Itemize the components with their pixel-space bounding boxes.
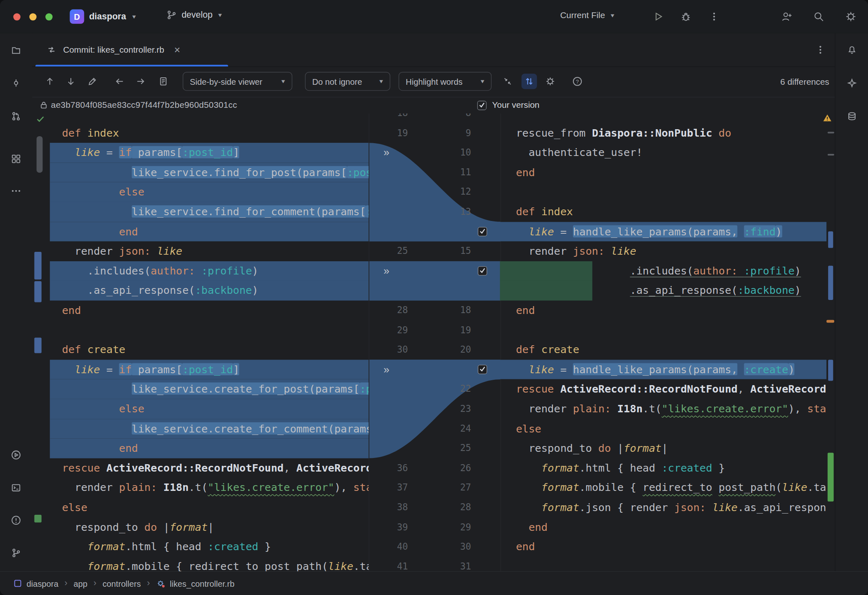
code-line-right[interactable]: end — [500, 300, 826, 320]
code-line-right[interactable]: rescue ActiveRecord::RecordNotFound, Act… — [500, 379, 826, 399]
code-line-left[interactable]: like = if params[:post_id] — [50, 360, 369, 379]
inspections-warning-icon[interactable] — [822, 114, 833, 123]
next-file-button[interactable] — [133, 74, 149, 89]
code-line-left[interactable]: like = if params[:post_id] — [50, 143, 369, 163]
diff-settings-gear-icon[interactable] — [543, 74, 558, 89]
scrollbar-thumb[interactable] — [37, 136, 43, 173]
code-line-right[interactable]: end — [500, 537, 826, 557]
more-actions-kebab[interactable] — [708, 10, 721, 23]
more-tool-windows-button[interactable] — [11, 186, 22, 197]
code-line-left[interactable]: end — [50, 439, 369, 458]
code-line-right[interactable] — [500, 320, 826, 340]
code-line-left[interactable]: else — [50, 399, 369, 419]
your-version-checkbox[interactable] — [477, 100, 487, 110]
previous-file-button[interactable] — [112, 74, 128, 89]
code-line-left[interactable]: like_service.find_for_comment(params[:co… — [50, 202, 369, 222]
notifications-bell-icon[interactable] — [847, 44, 858, 56]
close-tab-icon[interactable]: × — [174, 44, 180, 55]
ai-assistant-icon[interactable] — [847, 77, 858, 88]
code-line-right[interactable]: render plain: I18n.t("likes.create.error… — [500, 399, 826, 419]
collapse-unchanged-button[interactable] — [500, 74, 515, 89]
code-line-right[interactable] — [500, 557, 826, 571]
code-line-left[interactable]: def index — [50, 123, 369, 143]
breadcrumb-controllers[interactable]: controllers — [102, 579, 141, 588]
code-line-right[interactable] — [500, 182, 826, 202]
run-configuration-widget[interactable]: Current File ▼ — [560, 11, 615, 21]
breadcrumb-file[interactable]: likes_controller.rb — [156, 579, 234, 588]
tab-options-kebab[interactable] — [814, 43, 827, 56]
commit-tool-window-button[interactable] — [11, 77, 22, 88]
code-line-left[interactable]: .includes(author: :profile) — [50, 261, 369, 281]
zoom-window-button[interactable] — [45, 13, 52, 20]
include-chunk-checkbox[interactable] — [478, 227, 487, 236]
code-line-right[interactable]: respond_to do |format| — [500, 439, 826, 458]
help-button[interactable]: ? — [570, 74, 585, 89]
vcs-branch-widget[interactable]: develop ▼ — [166, 9, 223, 21]
code-line-left[interactable]: end — [50, 300, 369, 320]
minimize-window-button[interactable] — [29, 13, 36, 20]
search-everywhere-icon[interactable] — [812, 10, 825, 23]
edit-source-button[interactable] — [85, 74, 100, 89]
structure-tool-window-button[interactable] — [11, 153, 22, 165]
highlight-policy-dropdown[interactable]: Highlight words ▼ — [399, 72, 492, 91]
code-line-right[interactable]: end — [500, 163, 826, 182]
synchronize-scrolling-button[interactable] — [522, 74, 537, 89]
chunk-actions-chevron[interactable]: » — [378, 143, 395, 163]
code-line-right[interactable]: else — [500, 419, 826, 439]
breadcrumb-app[interactable]: app — [74, 579, 88, 588]
code-line-right[interactable]: def index — [500, 202, 826, 222]
code-line-left[interactable]: .as_api_response(:backbone) — [50, 281, 369, 301]
ignore-policy-dropdown[interactable]: Do not ignore ▼ — [305, 72, 390, 91]
code-line-left[interactable]: render json: like — [50, 242, 369, 261]
include-chunk-checkbox[interactable] — [478, 266, 487, 276]
code-line-right[interactable]: format.json { render json: like.as_api_r… — [500, 497, 826, 517]
code-line-left[interactable] — [50, 114, 369, 123]
database-icon[interactable] — [847, 111, 858, 122]
code-line-left[interactable]: end — [50, 222, 369, 242]
run-button[interactable] — [652, 10, 665, 23]
debug-button[interactable] — [679, 10, 692, 23]
code-line-left[interactable]: render plain: I18n.t("likes.create.error… — [50, 478, 369, 497]
viewer-mode-dropdown[interactable]: Side-by-side viewer ▼ — [183, 72, 292, 91]
code-line-right[interactable] — [500, 114, 826, 123]
code-line-left[interactable]: format.mobile { redirect_to post_path(li… — [50, 557, 369, 571]
code-line-left[interactable] — [50, 320, 369, 340]
version-control-tool-window-button[interactable] — [11, 547, 22, 558]
previous-difference-button[interactable] — [42, 74, 58, 89]
chunk-actions-chevron[interactable]: » — [378, 360, 395, 379]
code-line-left[interactable]: like_service.create_for_comment(params[:… — [50, 419, 369, 439]
code-line-left[interactable]: else — [50, 497, 369, 517]
code-line-right[interactable]: .includes(author: :profile) — [500, 261, 826, 281]
code-line-right[interactable]: end — [500, 517, 826, 537]
code-line-left[interactable]: else — [50, 182, 369, 202]
code-line-right[interactable]: like = handle_like_params(params, :creat… — [500, 360, 826, 379]
code-line-left[interactable]: def create — [50, 340, 369, 360]
code-line-left[interactable]: like_service.create_for_post(params[:pos… — [50, 379, 369, 399]
go-to-changelist-button[interactable] — [155, 74, 171, 89]
problems-tool-window-button[interactable] — [11, 515, 22, 526]
next-difference-button[interactable] — [63, 74, 79, 89]
close-window-button[interactable] — [13, 13, 20, 20]
code-line-left[interactable]: respond_to do |format| — [50, 517, 369, 537]
code-line-right[interactable]: def create — [500, 340, 826, 360]
terminal-tool-window-button[interactable] — [11, 482, 22, 493]
tab-commit-diff[interactable]: Commit: likes_controller.rb × — [35, 33, 228, 67]
code-line-right[interactable]: rescue_from Diaspora::NonPublic do — [500, 123, 826, 143]
code-with-me-add-user-icon[interactable] — [780, 10, 793, 23]
code-line-right[interactable]: format.mobile { redirect_to post_path(li… — [500, 478, 826, 497]
project-tool-window-button[interactable] — [11, 45, 22, 56]
settings-gear-icon[interactable] — [844, 10, 857, 23]
include-chunk-checkbox[interactable] — [478, 365, 487, 374]
chunk-actions-chevron[interactable]: » — [378, 261, 395, 281]
code-line-right[interactable]: render json: like — [500, 242, 826, 261]
code-line-right[interactable]: .as_api_response(:backbone) — [500, 281, 826, 301]
code-line-left[interactable]: rescue ActiveRecord::RecordNotFound, Act… — [50, 458, 369, 478]
code-line-left[interactable]: like_service.find_for_post(params[:post_… — [50, 163, 369, 182]
right-code-pane[interactable]: rescue_from Diaspora::NonPublic do authe… — [500, 114, 826, 571]
breadcrumb-project[interactable]: diaspora — [13, 579, 58, 588]
code-line-left[interactable]: format.html { head :created } — [50, 537, 369, 557]
code-line-right[interactable]: format.html { head :created } — [500, 458, 826, 478]
code-line-right[interactable]: like = handle_like_params(params, :find) — [500, 222, 826, 242]
code-line-right[interactable]: authenticate_user! — [500, 143, 826, 163]
project-widget[interactable]: D diaspora ▼ — [70, 9, 137, 24]
